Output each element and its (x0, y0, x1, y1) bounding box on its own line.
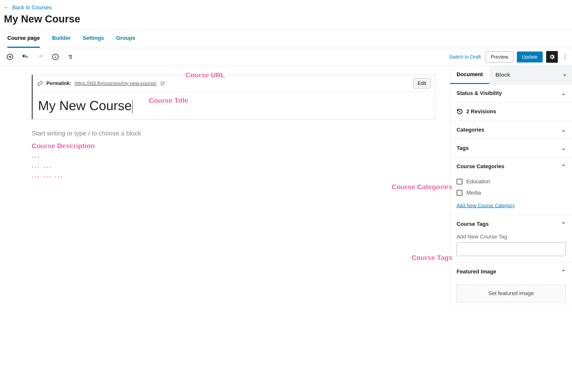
permalink-url[interactable]: https://ld3.fly/courses/my-new-course/ (75, 81, 157, 86)
panel-title: Course Tags (457, 221, 489, 227)
settings-toggle-button[interactable] (546, 51, 558, 63)
revisions-label: 2 Revisions (466, 108, 496, 115)
tab-settings[interactable]: Settings (83, 30, 104, 48)
chevron-up-icon: ⌃ (561, 221, 566, 227)
revisions-link[interactable]: 2 Revisions (450, 102, 572, 121)
permalink-label: Permalink: (46, 81, 71, 86)
more-options-button[interactable]: ⋮ (561, 51, 569, 63)
chevron-up-icon: ⌃ (561, 163, 566, 169)
category-label: Education (466, 179, 490, 185)
chevron-down-icon: ⌄ (561, 90, 566, 96)
back-to-courses-link[interactable]: ← Back to Courses (4, 4, 52, 11)
annotation-course-categories: Course Categories (392, 183, 452, 191)
panel-course-categories: Course Categories ⌃ Education Media Add … (450, 157, 572, 215)
chevron-down-icon: ⌄ (561, 127, 566, 133)
category-option-media[interactable]: Media (457, 187, 566, 198)
update-button[interactable]: Update (517, 51, 543, 63)
panel-categories-toggle[interactable]: Categories ⌄ (450, 121, 572, 139)
back-link-label: Back to Courses (12, 4, 51, 11)
preview-button[interactable]: Preview (486, 51, 513, 63)
category-label: Media (466, 190, 481, 196)
panel-tags: Tags ⌄ (450, 139, 572, 157)
redo-button[interactable] (37, 53, 44, 61)
kebab-icon: ⋮ (562, 54, 568, 60)
permalink-edit-button[interactable]: Edit (413, 78, 431, 88)
panel-title: Categories (457, 127, 484, 133)
external-link-icon (160, 81, 165, 86)
panel-title: Tags (457, 145, 469, 151)
annotation-course-title: Course Title (149, 97, 188, 104)
plus-circle-icon (7, 53, 14, 60)
panel-title: Featured Image (457, 268, 496, 275)
annotation-course-description: Course Description (32, 142, 435, 150)
category-option-education[interactable]: Education (457, 176, 566, 187)
page-title: My New Course (4, 13, 568, 25)
panel-course-tags: Course Tags ⌃ Add New Course Tag (450, 215, 572, 263)
tab-builder[interactable]: Builder (52, 30, 71, 48)
panel-status-visibility: Status & Visibility ⌄ (450, 84, 572, 102)
panel-course-categories-toggle[interactable]: Course Categories ⌃ (450, 157, 572, 176)
annotation-dots-row: ... ... ... (32, 171, 435, 179)
arrow-left-icon: ← (4, 4, 9, 11)
add-block-button[interactable] (6, 53, 14, 61)
checkbox-icon[interactable] (457, 190, 462, 196)
set-featured-image-button[interactable]: Set featured image (457, 285, 566, 302)
switch-to-draft-button[interactable]: Switch to Draft (447, 52, 482, 62)
inspector-tabs: Document Block × (450, 66, 572, 84)
panel-status-visibility-toggle[interactable]: Status & Visibility ⌄ (450, 84, 572, 102)
content-placeholder[interactable]: Start writing or type / to choose a bloc… (32, 130, 435, 137)
tab-groups[interactable]: Groups (116, 30, 135, 48)
annotation-dots-row: ... ... (32, 162, 435, 169)
close-icon: × (563, 71, 567, 79)
panel-tags-toggle[interactable]: Tags ⌄ (450, 139, 572, 157)
undo-button[interactable] (21, 53, 29, 61)
history-icon (457, 108, 463, 115)
redo-icon (37, 53, 44, 60)
outline-button[interactable] (67, 53, 74, 61)
inspector-tab-document[interactable]: Document (450, 66, 489, 84)
course-title-input[interactable]: My New Course (33, 92, 435, 119)
inspector-close-button[interactable]: × (558, 71, 572, 79)
editor-toolbar: Switch to Draft Preview Update ⋮ (0, 48, 572, 66)
editor-body: Permalink: https://ld3.fly/courses/my-ne… (0, 66, 572, 309)
inspector-sidebar: Document Block × Status & Visibility ⌄ 2… (450, 66, 572, 309)
add-tag-label: Add New Course Tag (457, 234, 566, 240)
chevron-down-icon: ⌄ (561, 145, 566, 151)
panel-title: Status & Visibility (457, 90, 502, 97)
page-header: ← Back to Courses My New Course (0, 0, 572, 25)
undo-icon (22, 53, 29, 60)
checkbox-icon[interactable] (457, 179, 462, 184)
panel-course-tags-toggle[interactable]: Course Tags ⌃ (450, 215, 572, 233)
primary-tabs: Course page Builder Settings Groups (0, 30, 572, 48)
link-icon (37, 81, 43, 86)
annotation-course-url: Course URL (186, 71, 225, 79)
permalink-row: Permalink: https://ld3.fly/courses/my-ne… (33, 75, 435, 92)
inspector-tab-block[interactable]: Block (489, 66, 517, 83)
panel-featured-image: Featured Image ⌃ Set featured image (450, 263, 572, 309)
editor-column: Permalink: https://ld3.fly/courses/my-ne… (0, 66, 450, 309)
gear-icon (549, 54, 555, 60)
add-course-category-link[interactable]: Add New Course Category (457, 203, 515, 209)
outline-icon (67, 54, 74, 60)
panel-featured-image-toggle[interactable]: Featured Image ⌃ (450, 263, 572, 281)
course-title-value: My New Course (38, 98, 132, 113)
panel-categories: Categories ⌄ (450, 121, 572, 139)
panel-title: Course Categories (457, 163, 504, 170)
annotation-course-tags: Course Tags (412, 254, 452, 262)
chevron-up-icon: ⌃ (561, 269, 566, 275)
title-block: Permalink: https://ld3.fly/courses/my-ne… (32, 75, 435, 119)
info-button[interactable] (52, 53, 59, 61)
svg-point-2 (55, 55, 56, 56)
annotation-course-description-block: Course Description ... ... ... ... ... .… (32, 142, 435, 179)
panel-revisions: 2 Revisions (450, 102, 572, 121)
info-icon (52, 53, 59, 60)
course-tag-input[interactable] (457, 242, 566, 256)
annotation-dots-row: ... (32, 152, 435, 160)
tab-course-page[interactable]: Course page (7, 30, 40, 48)
text-caret-icon (132, 100, 133, 113)
